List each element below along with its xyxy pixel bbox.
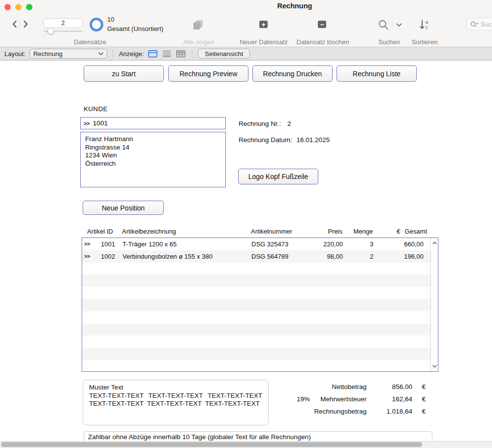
cell-gesamt: 196,00 [383, 253, 430, 260]
next-record-button[interactable] [20, 18, 31, 30]
new-record-icon[interactable]: + [259, 21, 268, 28]
goto-customer-marker[interactable]: >> [84, 120, 90, 126]
portal-row-empty [82, 348, 430, 360]
cell-artikel-id: 1002 [95, 253, 118, 260]
scroll-up-icon[interactable] [431, 239, 438, 246]
net-amount-value: 856,00 [367, 381, 412, 393]
portal-row-empty [82, 274, 430, 287]
horizontal-scrollbar-thumb[interactable] [1, 442, 422, 447]
invoice-note-field[interactable]: Muster Text TEXT-TEXT-TEXT TEXT-TEXT-TEX… [83, 380, 269, 425]
quick-search-input[interactable]: Suchen [466, 18, 492, 30]
column-header-bezeichnung: Artikelbezeichnung [117, 228, 250, 235]
cell-menge: 3 [347, 240, 383, 248]
currency-symbol: € [412, 381, 426, 393]
portal-row-empty [82, 360, 430, 371]
cell-preis: 98,00 [319, 253, 347, 260]
found-set-label: Gesamt (Unsortiert) [107, 25, 163, 32]
totals-block: Nettobetrag 856,00 € 19% Mehrwertsteuer … [276, 381, 426, 418]
layout-select[interactable]: Rechnung [30, 49, 107, 59]
scroll-down-icon[interactable] [431, 363, 438, 370]
invoice-print-button[interactable]: Rechnung Drucken [252, 65, 333, 82]
customer-address-field[interactable]: Franz Hartmann Ringstrasse 14 1234 Wien … [80, 132, 226, 187]
positions-portal-rows: >>1001T-Träger 1200 x 65DSG 325473220,00… [82, 238, 430, 371]
layout-bar: Layout: Rechnung Anzeige: Seitenansicht [0, 47, 492, 60]
invoice-number-label: Rechnung Nr.: [239, 120, 281, 127]
close-window-button[interactable] [4, 4, 11, 10]
preview-mode-button[interactable]: Seitenansicht [198, 49, 250, 59]
invoice-list-button[interactable]: Rechnung Liste [337, 65, 417, 82]
new-position-button[interactable]: Neue Position [83, 201, 164, 215]
vat-rate-value: 19% [276, 393, 310, 405]
quick-search-placeholder: Suchen [481, 21, 492, 28]
window-toolbar: Rechnung 2 10 Gesamt (Unsortiert) Datens… [0, 0, 492, 47]
positions-portal: >>1001T-Träger 1200 x 65DSG 325473220,00… [82, 238, 438, 372]
divider [192, 49, 192, 58]
net-amount-label: Nettobetrag [310, 381, 367, 393]
layout-select-value: Rechnung [33, 50, 62, 58]
chevron-left-icon [12, 20, 17, 28]
show-all-button: Alle zeigen [183, 38, 215, 46]
customer-id-value: 1001 [93, 119, 108, 127]
invoice-preview-button[interactable]: Rechnung Preview [168, 65, 248, 82]
invoice-number-value: 2 [287, 120, 291, 127]
sort-button[interactable]: Sortieren [412, 38, 438, 46]
cell-menge: 2 [347, 253, 383, 260]
invoice-date-label: Rechnung Datum: [239, 136, 292, 144]
layout-label: Layout: [4, 50, 26, 58]
customer-section-label: KUNDE [84, 105, 108, 113]
vat-label: Mehrwertsteuer [310, 393, 367, 405]
records-group-label: Datensätze [74, 38, 106, 46]
search-icon[interactable] [378, 20, 389, 30]
record-slider-thumb[interactable] [47, 28, 54, 34]
cell-bezeichnung: T-Träger 1200 x 65 [118, 240, 250, 248]
cell-preis: 220,00 [319, 240, 347, 248]
table-view-icon[interactable] [176, 50, 185, 58]
column-header-artikel-id: Artikel ID [82, 228, 117, 235]
minimize-window-button[interactable] [15, 4, 22, 10]
portal-row-empty [82, 263, 430, 275]
find-dropdown-chevron-icon[interactable] [396, 23, 402, 27]
note-title: Muster Text [89, 384, 262, 392]
list-view-icon[interactable] [162, 50, 171, 57]
find-button[interactable]: Suchen [378, 38, 400, 46]
invoice-date-value: 16.01.2025 [297, 136, 330, 144]
currency-symbol: € [412, 393, 426, 405]
new-record-button[interactable]: Neuer Datensatz [240, 38, 288, 46]
quick-search-icon [470, 21, 479, 28]
portal-row[interactable]: >>1001T-Träger 1200 x 65DSG 325473220,00… [82, 238, 430, 250]
customer-id-field[interactable]: >> 1001 [80, 117, 226, 129]
column-header-preis: Preis [319, 228, 346, 235]
go-start-button[interactable]: zu Start [84, 65, 164, 82]
form-view-icon[interactable] [148, 50, 157, 58]
portal-row[interactable]: >>1002Verbindungsbolzen ø 155 x 380DSG 5… [82, 250, 430, 263]
found-set-pie-icon[interactable] [90, 18, 103, 31]
view-mode-label: Anzeige: [119, 50, 144, 58]
portal-scrollbar[interactable] [430, 238, 437, 371]
portal-row-empty [82, 324, 430, 336]
cell-artikelnummer: DSG 564789 [250, 253, 319, 260]
portal-row-empty [82, 335, 430, 348]
currency-symbol: € [412, 405, 426, 418]
chevron-down-icon [98, 52, 103, 56]
portal-row-empty [82, 299, 430, 311]
column-header-artikelnummer: Artikelnummer [250, 228, 319, 235]
divider [113, 49, 113, 58]
zoom-window-button[interactable] [26, 4, 32, 10]
payment-terms-field[interactable]: Zahlbar ohne Abzüge innerhalb 10 Tage (g… [84, 431, 432, 442]
cell-marker: >> [82, 241, 95, 247]
previous-record-button[interactable] [9, 18, 20, 30]
sort-icon[interactable]: a z [419, 19, 430, 31]
logo-header-footer-button[interactable]: Logo Kopf Fußzeile [238, 169, 318, 184]
address-line: Österreich [85, 160, 225, 168]
delete-record-button[interactable]: Datensatz löschen [297, 38, 349, 46]
total-amount-value: 1.018,64 [367, 405, 412, 418]
current-record-input[interactable]: 2 [43, 18, 83, 28]
svg-text:z: z [426, 25, 428, 30]
chevron-right-icon [23, 20, 29, 28]
cell-gesamt: 660,00 [383, 240, 430, 248]
address-line: Franz Hartmann [85, 135, 225, 144]
svg-text:a: a [426, 20, 428, 25]
vat-amount-value: 162,64 [367, 393, 412, 405]
cell-artikel-id: 1001 [95, 240, 118, 248]
delete-record-icon[interactable]: − [318, 21, 326, 28]
